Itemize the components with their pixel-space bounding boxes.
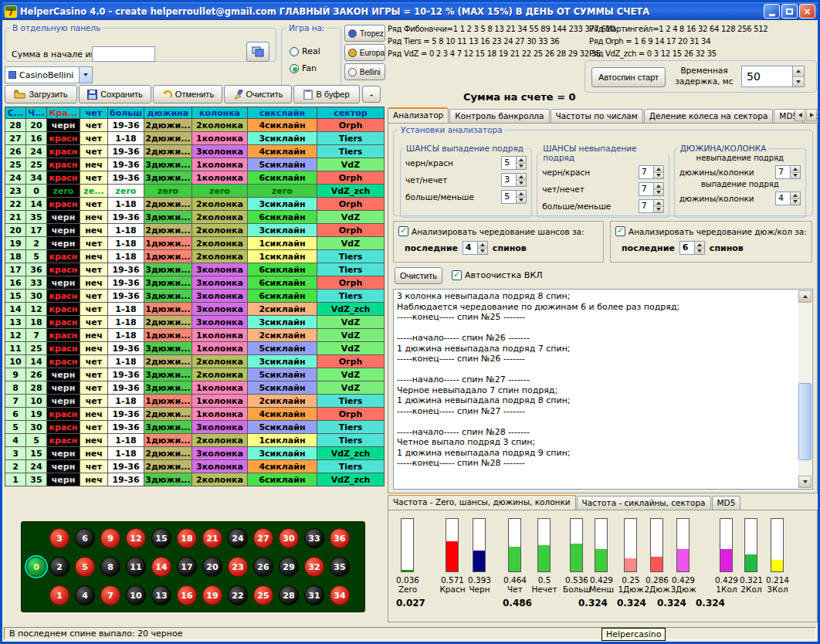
- board-number-2[interactable]: 2: [49, 557, 69, 577]
- collapse-button[interactable]: -: [362, 86, 381, 103]
- history-row[interactable]: 619красннеч19-362дюжи...1колонка4сиклайн…: [5, 408, 385, 421]
- history-row[interactable]: 2716краснчет1-182дюжи...1колонка3сиклайн…: [5, 132, 385, 145]
- tab-analyzer[interactable]: Анализатор: [388, 107, 449, 123]
- alt-chances-spin-up-button[interactable]: [478, 242, 487, 248]
- board-number-11[interactable]: 11: [126, 557, 146, 577]
- tab-number-frequencies[interactable]: Частоты по числам: [551, 109, 643, 123]
- board-number-33[interactable]: 33: [304, 528, 324, 548]
- board-number-17[interactable]: 17: [177, 557, 197, 577]
- board-number-19[interactable]: 19: [202, 585, 222, 605]
- history-row[interactable]: 2214краснчет1-182дюжи...2колонка3сиклайн…: [5, 198, 385, 211]
- alt-chances-spin[interactable]: 4: [463, 241, 488, 255]
- board-number-23[interactable]: 23: [228, 557, 248, 577]
- alt-dozens-spin-up-button[interactable]: [695, 242, 704, 248]
- clear-log-button[interactable]: Очистить: [395, 267, 442, 284]
- tab-freq-zero-chances[interactable]: Частота - Zero, шансы, дюжины, колонки: [388, 495, 576, 510]
- delay-input[interactable]: 50: [741, 66, 805, 87]
- history-header-cell[interactable]: дюжина: [144, 107, 192, 119]
- board-number-12[interactable]: 12: [126, 528, 146, 548]
- history-row[interactable]: 710чернчет1-181дюжи...1колонка2сиклайнTi…: [5, 395, 385, 408]
- tab-freq-md5[interactable]: MD5: [712, 496, 741, 510]
- board-number-21[interactable]: 21: [202, 528, 222, 548]
- analyzer-spin-1-1-up-button[interactable]: [654, 183, 663, 189]
- board-number-14[interactable]: 14: [151, 557, 171, 577]
- history-row[interactable]: 926чернчет19-363дюжи...2колонка5сиклайнV…: [5, 368, 385, 381]
- analyzer-spin-1-2[interactable]: 7: [639, 199, 664, 213]
- board-number-6[interactable]: 6: [75, 528, 95, 548]
- alt-dozens-checkbox[interactable]: [615, 226, 625, 236]
- history-row[interactable]: 1633черннеч19-363дюжи...3колонка6сиклайн…: [5, 276, 385, 290]
- alt-chances-spin-down-button[interactable]: [478, 248, 487, 255]
- analyzer-spin-0-1-down-button[interactable]: [517, 180, 526, 187]
- history-header-cell[interactable]: Ч...: [26, 107, 47, 119]
- analyzer-spin-0-0-up-button[interactable]: [517, 157, 526, 163]
- board-number-16[interactable]: 16: [177, 585, 197, 605]
- history-header-cell[interactable]: сектор: [317, 107, 385, 119]
- tab-wheel-sectors[interactable]: Деление колеса на сектора: [644, 109, 774, 123]
- europa-button[interactable]: Europa: [344, 44, 385, 61]
- board-number-32[interactable]: 32: [304, 557, 324, 577]
- board-number-7[interactable]: 7: [100, 585, 120, 605]
- radio-fan[interactable]: Fan: [290, 63, 317, 73]
- board-number-35[interactable]: 35: [330, 557, 350, 577]
- casino-select[interactable]: CasinoBellini: [5, 66, 93, 83]
- history-row[interactable]: 45красннеч1-181дюжи...2колонка1сиклайнTi…: [5, 434, 385, 447]
- board-number-31[interactable]: 31: [304, 585, 324, 605]
- analyzer-spin-0-2-down-button[interactable]: [517, 197, 526, 204]
- save-button[interactable]: Сохранить: [79, 85, 151, 103]
- analyzer-spin-0-0-down-button[interactable]: [517, 163, 526, 170]
- board-number-15[interactable]: 15: [151, 528, 171, 548]
- history-header-cell[interactable]: чет: [80, 107, 108, 119]
- analyzer-spin-1-2-down-button[interactable]: [654, 206, 663, 213]
- history-header-cell[interactable]: больш: [108, 107, 144, 119]
- board-number-8[interactable]: 8: [100, 557, 120, 577]
- board-number-30[interactable]: 30: [279, 528, 299, 548]
- undo-button[interactable]: Отменить: [153, 85, 222, 103]
- history-row[interactable]: 1318краснчет1-182дюжи...3колонка3сиклайн…: [5, 316, 385, 329]
- bellini-button[interactable]: Bellini: [344, 63, 385, 80]
- history-row[interactable]: 2525красннеч19-363дюжи...1колонка5сиклай…: [5, 158, 385, 171]
- clear-table-button[interactable]: Очистить: [224, 85, 292, 103]
- board-number-27[interactable]: 27: [253, 528, 273, 548]
- history-header-cell[interactable]: С...: [5, 107, 26, 119]
- analyzer-spin-2-0-up-button[interactable]: [791, 166, 800, 172]
- history-header-cell[interactable]: колонка: [192, 107, 248, 119]
- history-row[interactable]: 2820чернчет19-362дюжи...2колонка4сиклайн…: [5, 119, 385, 132]
- analyzer-spin-1-1[interactable]: 7: [639, 182, 664, 196]
- board-number-29[interactable]: 29: [279, 557, 299, 577]
- board-number-24[interactable]: 24: [228, 528, 248, 548]
- board-number-34[interactable]: 34: [330, 585, 350, 605]
- history-row[interactable]: 315черннеч1-182дюжи...3колонка3сиклайнVd…: [5, 447, 385, 460]
- history-row[interactable]: 1014краснчет1-182дюжи...2колонка3сиклайн…: [5, 355, 385, 368]
- close-button[interactable]: ×: [799, 4, 815, 19]
- analyzer-spin-2-1-up-button[interactable]: [791, 192, 800, 198]
- history-row[interactable]: 530краснчет19-363дюжи...3колонка5сиклайн…: [5, 421, 385, 434]
- history-row[interactable]: 192чернчет1-181дюжи...2колонка1сиклайнVd…: [5, 237, 385, 250]
- board-number-20[interactable]: 20: [202, 557, 222, 577]
- delay-up-button[interactable]: [793, 66, 804, 76]
- analyzer-spin-2-1[interactable]: 4: [775, 192, 801, 205]
- history-row[interactable]: 135черннеч19-363дюжи...2колонка6сиклайнV…: [5, 473, 385, 486]
- history-row[interactable]: 2135черннеч19-363дюжи...2колонка6сиклайн…: [5, 211, 385, 224]
- history-row[interactable]: 2434краснчет19-363дюжи...1колонка6сиклай…: [5, 171, 385, 185]
- analyzer-spin-1-0[interactable]: 7: [639, 165, 664, 179]
- analysis-log[interactable]: 3 колонка невыпадала подряд 8 спин; Набл…: [393, 289, 813, 490]
- alt-chances-checkbox[interactable]: [398, 226, 408, 236]
- tropez-button[interactable]: Tropez: [344, 25, 385, 42]
- detach-panel-button[interactable]: [246, 42, 269, 62]
- tab-freq-sixlines-sectors[interactable]: Частота - сиклайны, сектора: [577, 496, 711, 510]
- board-number-10[interactable]: 10: [126, 585, 146, 605]
- analyzer-spin-0-1-up-button[interactable]: [517, 174, 526, 180]
- history-header-cell[interactable]: сикслайн: [248, 107, 317, 119]
- board-number-3[interactable]: 3: [49, 528, 69, 548]
- board-number-36[interactable]: 36: [330, 528, 350, 548]
- tab-scroll-right-button[interactable]: [806, 109, 817, 121]
- analyzer-spin-2-1-down-button[interactable]: [791, 198, 800, 205]
- scroll-down-button[interactable]: [798, 476, 812, 488]
- history-row[interactable]: 185красннеч1-181дюжи...2колонка1сиклайнT…: [5, 250, 385, 263]
- scrollbar-thumb[interactable]: [798, 383, 812, 460]
- autoclear-checkbox-row[interactable]: Автоочистка ВКЛ: [452, 270, 543, 280]
- history-row[interactable]: 224чернчет19-362дюжи...3колонка4сиклайнT…: [5, 460, 385, 473]
- minimize-button[interactable]: [764, 4, 780, 19]
- analyzer-spin-2-0[interactable]: 7: [775, 165, 801, 179]
